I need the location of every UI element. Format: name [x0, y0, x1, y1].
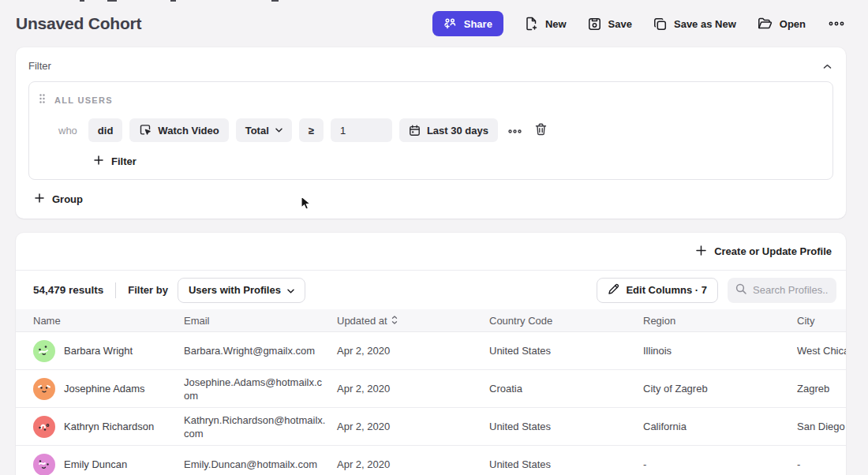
more-icon [829, 21, 844, 27]
profile-filter-dropdown[interactable]: Users with Profiles [178, 278, 305, 303]
trash-icon [535, 123, 547, 138]
delete-clause-button[interactable] [532, 121, 550, 140]
table-row[interactable]: Emily Duncan Emily.Duncan@hotmailx.com A… [16, 446, 846, 475]
results-count: 54,479 results [33, 284, 103, 296]
filter-by-label: Filter by [128, 284, 168, 296]
results-panel: Create or Update Profile 54,479 results … [16, 233, 846, 475]
more-icon [508, 125, 522, 137]
top-bar: Unsaved Cohort Share New [0, 0, 868, 47]
filter-group: ALL USERS who did Watch Video Total [28, 81, 833, 180]
save-button-label: Save [608, 18, 632, 30]
email-cell: Barbara.Wright@gmailx.com [184, 344, 337, 357]
column-header-country-code[interactable]: Country Code [489, 315, 643, 327]
group-label: ALL USERS [54, 95, 113, 105]
avatar [33, 378, 55, 400]
region-cell: Illinois [643, 344, 797, 357]
share-button[interactable]: Share [432, 11, 503, 36]
aggregation-selector[interactable]: Total [236, 118, 292, 142]
clause-more-button[interactable] [505, 122, 525, 139]
updated-at-cell: Apr 2, 2020 [337, 420, 489, 433]
region-cell: City of Zagreb [643, 382, 797, 395]
table-header: Name Email Updated at Country Code Regio… [16, 309, 846, 332]
date-range-value: Last 30 days [427, 125, 488, 137]
share-people-icon [443, 17, 457, 30]
city-cell: Zagreb [797, 382, 846, 395]
header-actions: Share New Save [432, 11, 846, 36]
email-cell: Kathryn.Richardson@hotmailx.com [184, 413, 337, 440]
plus-icon [94, 155, 103, 167]
table-row[interactable]: Barbara Wright Barbara.Wright@gmailx.com… [16, 332, 846, 370]
who-label: who [58, 125, 77, 137]
country-code-cell: United States [489, 344, 643, 357]
chevron-down-icon [275, 128, 282, 133]
open-button-label: Open [780, 18, 806, 30]
save-icon [588, 17, 601, 31]
threshold-input[interactable] [331, 118, 392, 142]
date-range-selector[interactable]: Last 30 days [399, 118, 498, 142]
event-selector[interactable]: Watch Video [129, 118, 228, 142]
profiles-search[interactable] [728, 278, 836, 303]
city-cell: - [797, 458, 846, 471]
add-group-label: Group [52, 193, 83, 205]
profile-name-cell: Kathryn Richardson [33, 416, 184, 438]
table-row[interactable]: Kathryn Richardson Kathryn.Richardson@ho… [16, 408, 846, 446]
results-toolbar: 54,479 results Filter by Users with Prof… [16, 271, 846, 309]
drag-handle-icon [39, 94, 45, 106]
new-button[interactable]: New [525, 17, 567, 31]
column-header-name[interactable]: Name [33, 315, 184, 327]
drag-handle[interactable] [39, 92, 46, 107]
column-header-email[interactable]: Email [184, 315, 337, 327]
search-profiles-input[interactable] [753, 284, 829, 296]
save-as-new-button-label: Save as New [674, 18, 736, 30]
profile-name-cell: Josephine Adams [33, 378, 184, 400]
edit-columns-label: Edit Columns · 7 [626, 284, 707, 296]
region-cell: - [643, 458, 797, 471]
open-button[interactable]: Open [758, 17, 806, 30]
new-button-label: New [545, 18, 567, 30]
profile-filter-value: Users with Profiles [189, 284, 281, 296]
filter-panel-title: Filter [28, 60, 51, 72]
save-as-new-button[interactable]: Save as New [653, 17, 736, 31]
add-filter-label: Filter [111, 155, 137, 167]
column-header-region[interactable]: Region [643, 315, 797, 327]
country-code-cell: United States [489, 458, 643, 471]
city-cell: San Diego [797, 420, 846, 433]
operator-selector[interactable]: ≥ [299, 118, 324, 142]
aggregation-value: Total [245, 125, 269, 137]
email-cell: Josephine.Adams@hotmailx.com [184, 376, 337, 402]
open-folder-icon [758, 17, 773, 30]
save-as-new-icon [653, 17, 667, 31]
updated-at-cell: Apr 2, 2020 [337, 458, 489, 471]
profile-name-cell: Barbara Wright [33, 340, 184, 362]
edit-columns-button[interactable]: Edit Columns · 7 [597, 278, 718, 303]
event-icon [139, 124, 152, 137]
create-or-update-profile-label: Create or Update Profile [714, 245, 832, 257]
sort-icon [391, 315, 398, 327]
did-selector[interactable]: did [88, 118, 123, 142]
plus-icon [35, 193, 44, 205]
avatar [33, 454, 55, 475]
save-button[interactable]: Save [588, 17, 632, 31]
chevron-down-icon [287, 284, 294, 296]
collapse-filter-button[interactable] [821, 58, 833, 73]
table-row[interactable]: Josephine Adams Josephine.Adams@hotmailx… [16, 370, 846, 408]
profile-name-cell: Emily Duncan [33, 454, 184, 475]
add-group-button[interactable]: Group [35, 193, 83, 205]
new-document-icon [525, 17, 538, 31]
updated-at-cell: Apr 2, 2020 [337, 344, 489, 357]
column-header-updated-at[interactable]: Updated at [337, 315, 489, 327]
calendar-icon [409, 125, 421, 137]
email-cell: Emily.Duncan@hotmailx.com [184, 458, 337, 471]
chevron-up-icon [823, 60, 832, 72]
plus-icon [696, 245, 706, 258]
filter-clause: who did Watch Video Total [39, 118, 823, 142]
column-header-city[interactable]: City [797, 315, 846, 327]
filter-panel: Filter ALL USERS who did [16, 47, 846, 219]
pencil-icon [608, 283, 619, 297]
search-icon [735, 283, 746, 297]
create-or-update-profile-button[interactable]: Create or Update Profile [696, 245, 832, 258]
more-options-button[interactable] [827, 17, 846, 30]
add-filter-button[interactable]: Filter [94, 155, 137, 167]
avatar [33, 340, 55, 362]
updated-at-cell: Apr 2, 2020 [337, 382, 489, 395]
